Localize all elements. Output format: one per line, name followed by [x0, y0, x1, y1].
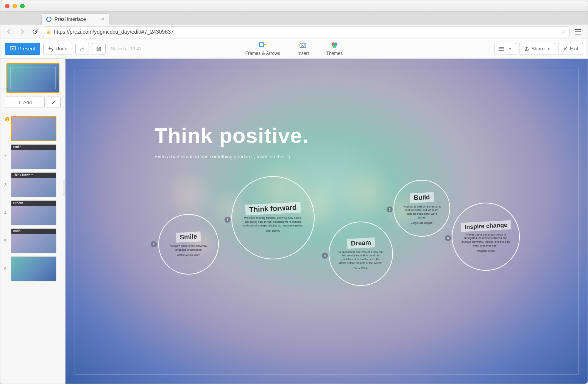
zoom-window-icon[interactable]	[20, 4, 25, 8]
bookmark-star-icon[interactable]: ☆	[561, 28, 566, 35]
redo-icon	[80, 46, 85, 52]
list-icon	[498, 47, 505, 51]
slide-item[interactable]: 5 Build	[0, 227, 65, 255]
slide-item[interactable]: 6	[0, 255, 65, 283]
themes-label: Themes	[326, 51, 343, 56]
redo-button[interactable]	[75, 43, 89, 55]
slide-number: 6	[2, 267, 9, 271]
slide-number: 5	[2, 239, 9, 243]
view-options-button[interactable]: ▼	[494, 43, 516, 55]
save-button[interactable]	[92, 43, 106, 55]
arrow-right-icon	[19, 29, 25, 35]
frame-quote: "A warm smile is the universal language …	[167, 244, 210, 252]
sidebar-collapse-handle[interactable]: ◂	[63, 180, 66, 197]
slide-thumbnail: Smile	[11, 144, 56, 169]
slide-thumbnail: Think forward	[11, 172, 56, 197]
lock-icon	[46, 29, 51, 34]
slide-thumbnail: Dream	[11, 200, 56, 225]
browser-tab[interactable]: Prezi interface ×	[41, 13, 109, 25]
browser-toolbar: https://prezi.com/ydgmcdcu_day/edit/#7_2…	[0, 25, 588, 39]
saved-status: Saved at 13:41	[111, 46, 142, 52]
slides-list: 1 2 Smile 3 Think forward 4 Dream 5	[0, 112, 65, 285]
insert-label: Insert	[298, 51, 309, 56]
frame-tag: Dream	[347, 237, 375, 249]
slide-badge: 1	[4, 116, 10, 122]
bokeh-decoration	[164, 169, 217, 222]
pencil-icon	[51, 100, 56, 105]
mac-titlebar	[0, 0, 588, 12]
browser-tabstrip: Prezi interface ×	[0, 12, 588, 25]
slide-number: 3	[2, 183, 9, 187]
frame-author: William Arthur Ward	[177, 254, 200, 256]
frames-arrows-button[interactable]: Frames & Arrows	[245, 41, 280, 56]
present-label: Present	[18, 46, 35, 52]
tab-close-icon[interactable]: ×	[101, 16, 104, 22]
browser-menu-button[interactable]	[572, 27, 584, 37]
main-subtitle: Even a bad situation has something good …	[154, 154, 309, 159]
step-number: 4	[322, 253, 328, 259]
frame-think-forward[interactable]: 3 Think forward We keep moving forward, …	[231, 176, 315, 259]
editor-body: + Add 1 2 Smile 3 Th	[0, 59, 588, 384]
slide-item[interactable]: 1	[0, 115, 65, 143]
frame-build[interactable]: 5 Build "Nothing is built on stone; all …	[393, 180, 450, 237]
themes-button[interactable]: Themes	[326, 41, 343, 56]
undo-label: Undo	[56, 46, 67, 52]
share-button[interactable]: Share ▼	[519, 43, 555, 55]
svg-rect-2	[259, 42, 264, 47]
exit-button[interactable]: ✕ Exit	[558, 43, 583, 55]
step-number: 3	[225, 217, 231, 223]
frame-quote: We keep moving forward, opening new door…	[242, 216, 304, 227]
insert-icon	[299, 41, 307, 50]
save-icon	[96, 46, 101, 52]
back-button[interactable]	[4, 27, 14, 37]
frame-tag: Think forward	[245, 202, 301, 216]
slide-item[interactable]: 4 Dream	[0, 199, 65, 227]
frame-author: Jorge Luis Borges	[411, 222, 432, 224]
prezi-toolbar: Present Undo Saved at 13:41 Frames & Arr…	[0, 39, 588, 59]
slide-number: 4	[2, 211, 9, 215]
themes-icon	[331, 41, 339, 50]
tab-title: Prezi interface	[55, 16, 86, 22]
frame-tag: Build	[410, 192, 434, 203]
frame-quote: "Never doubt that small group of thought…	[461, 233, 510, 248]
slide-thumbnail	[11, 256, 56, 281]
add-frame-button[interactable]: + Add	[5, 97, 45, 108]
overview-thumbnail[interactable]	[6, 63, 59, 93]
address-bar[interactable]: https://prezi.com/ydgmcdcu_day/edit/#7_2…	[43, 27, 569, 37]
close-window-icon[interactable]	[5, 4, 9, 8]
undo-button[interactable]: Undo	[43, 43, 72, 55]
reload-icon	[32, 29, 38, 35]
step-number: 2	[151, 241, 157, 247]
frame-dream[interactable]: 4 Dream "A dreamer is one who can only f…	[329, 222, 393, 286]
title-block[interactable]: Think positive. Even a bad situation has…	[154, 123, 309, 159]
frame-inspire-change[interactable]: 6 Inspire change "Never doubt that small…	[452, 203, 520, 271]
exit-label: Exit	[570, 46, 578, 52]
slide-number: 2	[2, 155, 9, 159]
frame-author: Margaret Mead	[477, 250, 494, 252]
undo-icon	[48, 46, 53, 52]
add-label: Add	[23, 100, 32, 105]
frame-smile[interactable]: 2 Smile "A warm smile is the universal l…	[158, 214, 219, 275]
app-window: Prezi interface × https://prezi.com/ydgm…	[0, 0, 588, 384]
forward-button[interactable]	[17, 27, 27, 37]
frame-quote: "A dreamer is one who can only find his …	[338, 250, 384, 265]
minimize-window-icon[interactable]	[12, 4, 17, 8]
main-title: Think positive.	[154, 123, 309, 148]
frame-author: Oscar Wilde	[354, 267, 368, 270]
frame-tag: Smile	[176, 232, 201, 243]
prezi-canvas[interactable]: Think positive. Even a bad situation has…	[66, 59, 588, 384]
center-tools: Frames & Arrows Insert Themes	[245, 41, 343, 56]
plus-icon: +	[18, 99, 21, 106]
frames-icon	[259, 41, 267, 50]
frames-label: Frames & Arrows	[245, 51, 280, 56]
present-button[interactable]: Present	[5, 43, 40, 55]
arrow-left-icon	[6, 29, 12, 35]
edit-path-button[interactable]	[47, 97, 61, 108]
frame-quote: "Nothing is built on stone; all is built…	[402, 205, 441, 220]
presentation-icon	[10, 46, 16, 52]
frame-author: Walt Disney	[266, 229, 280, 232]
reload-button[interactable]	[30, 27, 40, 37]
slide-item[interactable]: 2 Smile	[0, 143, 65, 171]
insert-button[interactable]: Insert	[298, 41, 309, 56]
slide-item[interactable]: 3 Think forward	[0, 171, 65, 199]
